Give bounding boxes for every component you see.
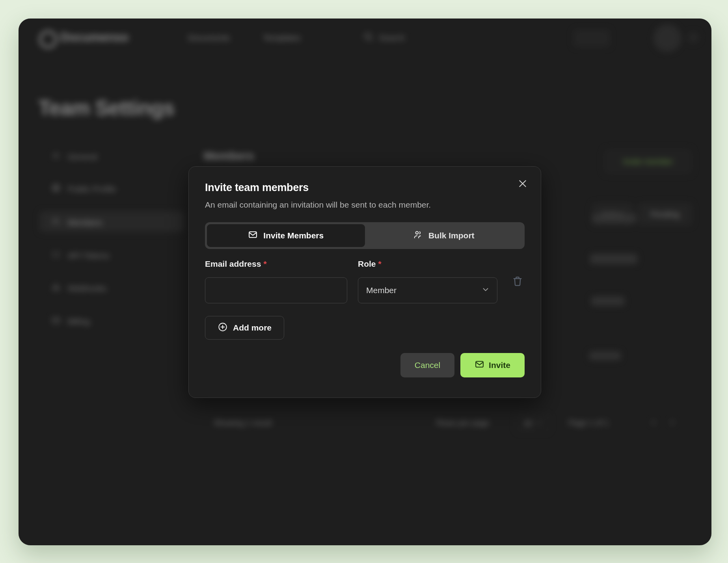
close-icon[interactable] [517,178,529,190]
required-marker: * [263,259,266,268]
role-select[interactable]: Member [358,277,497,303]
invite-mode-tabs: Invite Members Bulk Import [205,222,525,249]
tab-label: Bulk Import [428,231,475,240]
dialog-actions: Cancel Invite [205,353,525,377]
trash-icon [512,283,523,289]
screen: Documenso Documents Templates Search Tea… [0,0,728,563]
invite-button[interactable]: Invite [460,353,525,377]
invite-team-members-dialog: Invite team members An email containing … [188,166,541,398]
dialog-subtitle: An email containing an invitation will b… [205,200,525,210]
mail-icon [475,359,484,371]
dialog-title: Invite team members [205,182,525,194]
remove-row-button[interactable] [512,275,523,289]
app-window: Documenso Documents Templates Search Tea… [19,19,711,545]
invite-row: Email address* Role* Member [205,259,525,303]
add-more-button[interactable]: Add more [205,316,284,340]
plus-circle-icon [218,322,228,334]
required-marker: * [378,259,382,268]
cancel-button[interactable]: Cancel [400,353,454,377]
mail-icon [248,230,258,242]
add-more-label: Add more [233,323,272,333]
tab-invite-members[interactable]: Invite Members [207,224,365,247]
invite-label: Invite [489,360,510,370]
tab-bulk-import[interactable]: Bulk Import [365,224,523,247]
role-selected-value: Member [366,286,397,295]
chevron-down-icon [481,285,490,295]
users-icon [413,230,423,242]
role-label: Role* [358,259,497,269]
tab-label: Invite Members [263,231,324,240]
email-label: Email address* [205,259,347,269]
email-field[interactable] [205,277,347,303]
